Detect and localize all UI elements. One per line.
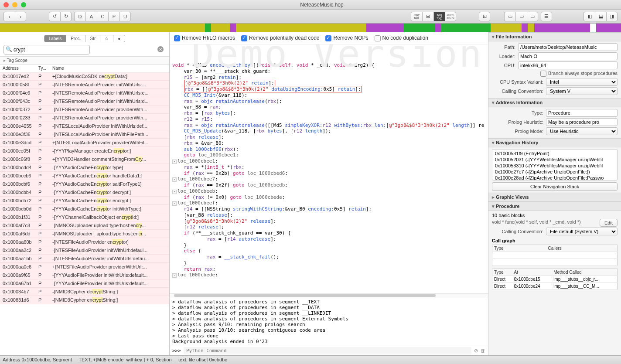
symbol-row[interactable]: 0x10017ed2P+[CloudMusicCoSDK decryptData… <box>0 72 169 81</box>
close-icon[interactable] <box>3 2 9 7</box>
opt-no-dup[interactable]: No code duplication <box>375 35 428 41</box>
clear-nav-button[interactable]: Clear Navigation Stack <box>492 182 618 191</box>
symbol-row[interactable]: 0x1000bccb6P-[YYYAudioCacheEncryptor han… <box>0 172 169 180</box>
tag-scope[interactable]: Tag Scope <box>0 56 169 65</box>
clear-log-icon[interactable]: ⊘ <box>474 348 478 354</box>
mode-d-button[interactable]: D <box>74 12 85 21</box>
section-procedure[interactable]: Procedure <box>488 202 621 211</box>
input-path[interactable] <box>518 43 618 51</box>
edit-button[interactable]: Edit <box>600 219 618 227</box>
col-name[interactable]: Name <box>52 66 167 71</box>
col-type[interactable]: Ty... <box>38 66 52 71</box>
hex-icon[interactable]: 4B97680C72 <box>445 12 456 21</box>
symbol-row[interactable]: 0x1000e3dcdP+[NTESLocalAudioProvider pro… <box>0 139 169 147</box>
mode-u-button[interactable]: U <box>119 12 131 21</box>
minimize-icon[interactable] <box>12 2 17 7</box>
trash-icon[interactable]: 🗑 <box>481 348 485 354</box>
select-pmode[interactable]: Use Heuristic <box>546 127 618 135</box>
symbol-row[interactable]: 0x1000f058fP-[NTESRemoteAudioProvider in… <box>0 81 169 89</box>
opt-remove-dead[interactable]: Remove potentially dead code <box>241 35 319 41</box>
nav-history-item[interactable]: 0x1000581f9 (EntryPoint) <box>492 150 617 156</box>
forward-button[interactable]: › <box>15 12 26 21</box>
calls-table[interactable]: TypeAtMethod CalledDirect0x1000cbe15imp_… <box>492 269 618 290</box>
panel4-icon[interactable]: ☰ <box>541 12 552 21</box>
bottom-panel-icon[interactable]: ⬓ <box>595 12 606 21</box>
symbol-row[interactable]: 0x1000af7c8P-[NMNOSUploader upload:type:… <box>0 221 169 230</box>
nav-history-item[interactable]: 0x100052031 (-[YYYWebfilesManager unzipW… <box>492 156 617 163</box>
panel3-icon[interactable]: ▭ <box>527 12 538 21</box>
tab-4[interactable]: ● <box>113 35 125 42</box>
symbol-row[interactable]: 0x1000aa2c2P-[NTESFileAudioProvider init… <box>0 246 169 255</box>
nav-history-item[interactable]: 0x100053310 (-[YYYWebfilesManager unzipW… <box>492 163 617 169</box>
select-cc2[interactable]: File default (System V) <box>546 228 618 235</box>
symbol-row[interactable]: 0x1000a67b1P-[YYYAudioFileProvider initW… <box>0 279 169 288</box>
horizontal-scrollbar[interactable] <box>170 293 488 297</box>
symbol-row[interactable]: 0x1000af6ddP-[NMNOSUploader _upload:type… <box>0 230 169 238</box>
opt-remove-nops[interactable]: Remove NOPs <box>325 35 368 41</box>
symbol-row[interactable]: 0x1000f0372P-[NTESRemoteAudioProvider pr… <box>0 105 169 114</box>
tab-0[interactable]: Labels <box>44 35 66 42</box>
back-button[interactable]: ‹ <box>3 12 15 21</box>
clear-search-icon[interactable]: ✕ <box>157 46 164 52</box>
search-input[interactable] <box>3 45 90 54</box>
tab-1[interactable]: Proc. <box>66 35 85 42</box>
section-graphic-views[interactable]: Graphic Views <box>488 193 621 202</box>
symbol-row[interactable]: 0x1000bcb0dP-[YYYAudioCacheEncryptor ini… <box>0 205 169 213</box>
python-command-input[interactable] <box>184 347 471 354</box>
symbol-row[interactable]: 0x1000e4055P-[NTESLocalAudioProvider ini… <box>0 122 169 130</box>
input-cpu[interactable] <box>518 61 618 69</box>
symbol-row[interactable]: 0x1000aa1bbP-[NTESFileAudioProvider init… <box>0 255 169 263</box>
symbol-row[interactable]: 0x1000c66f8P+[YYYID3Handler commentStrin… <box>0 155 169 163</box>
input-prolog[interactable] <box>546 118 618 126</box>
nav-history-item[interactable]: 0x1000e28ad (-[ZipArchive UnzipOpenFile:… <box>492 175 617 180</box>
tab-3[interactable]: ☆ <box>100 35 113 42</box>
branch-checkbox[interactable]: Branch always stops procedures <box>548 71 618 76</box>
call-row[interactable]: Direct0x1000cbe15imp___stubs__objc_r... <box>492 276 618 283</box>
col-address[interactable]: Address <box>3 66 38 71</box>
symbol-row[interactable]: 0x1000f043cP-[NTESRemoteAudioProvider in… <box>0 97 169 105</box>
section-nav-history[interactable]: Navigation History <box>488 138 621 147</box>
call-row[interactable]: Direct0x1000cbe24imp___stubs__CC_M... <box>492 283 618 290</box>
nav-history-list[interactable]: 0x1000581f9 (EntryPoint)0x100052031 (-[Y… <box>492 149 618 180</box>
movadd-button[interactable]: movadd <box>411 12 422 21</box>
symbol-row[interactable]: 0x1000a9f65P-[YYYAudioFileProvider initW… <box>0 271 169 279</box>
redo-button[interactable]: ↻ <box>60 12 72 21</box>
symbol-row[interactable]: 0x1000bcbb4P-[YYYAudioCacheEncryptor dec… <box>0 188 169 197</box>
callers-table[interactable]: TypeCallers <box>492 245 618 266</box>
mode-p-button[interactable]: P <box>108 12 119 21</box>
panel2-icon[interactable]: ▭ <box>515 12 527 21</box>
symbol-row[interactable]: 0x1000b1f31P-[YYYChannelCallbackObject e… <box>0 213 169 221</box>
symbol-row[interactable]: 0x1000bcb72P-[YYYAudioCacheEncryptor enc… <box>0 197 169 205</box>
graph-icon[interactable]: ⊞ <box>422 12 433 21</box>
navigation-map[interactable] <box>0 24 621 32</box>
input-loader[interactable] <box>518 52 618 60</box>
mode-c-button[interactable]: C <box>97 12 108 21</box>
symbol-row[interactable]: 0x100034b7P-[NMID3Cypher decryptString:] <box>0 288 169 296</box>
code-view[interactable]: Demo Version void * +[Md5 encode_withkey… <box>170 44 488 293</box>
right-panel-icon[interactable]: ◨ <box>606 12 618 21</box>
mode-a-button[interactable]: A <box>85 12 97 21</box>
ifelse-icon[interactable]: if(b)f(x); <box>433 12 445 21</box>
symbol-row[interactable]: 0x1000bcbf6P-[YYYAudioCacheEncryptor sal… <box>0 180 169 188</box>
symbol-list[interactable]: 0x10017ed2P+[CloudMusicCoSDK decryptData… <box>0 72 169 355</box>
symbol-row[interactable]: 0x1000f04c6P-[NTESRemoteAudioProvider in… <box>0 89 169 97</box>
symbol-row[interactable]: 0x1000aa0c6P+[NTESFileAudioProvider prov… <box>0 263 169 271</box>
zoom-icon[interactable] <box>21 2 26 7</box>
panel1-icon[interactable]: ▭ <box>504 12 515 21</box>
left-panel-icon[interactable]: ◧ <box>583 12 595 21</box>
opt-remove-hilo[interactable]: Remove HI/LO macros <box>174 35 235 41</box>
section-file-info[interactable]: File Information <box>488 32 621 41</box>
undo-button[interactable]: ↺ <box>49 12 60 21</box>
select-syntax[interactable]: Intel <box>546 78 618 86</box>
symbol-row[interactable]: 0x1000e3f36P-[NTESLocalAudioProvider ini… <box>0 130 169 139</box>
symbol-row[interactable]: 0x1000ce05fP-[YYYPlayManager createEncry… <box>0 147 169 155</box>
input-type[interactable] <box>546 109 618 117</box>
tab-2[interactable]: Str <box>85 35 100 42</box>
select-callconv[interactable]: System V <box>546 87 618 95</box>
cpu-icon[interactable]: ⊡ <box>479 12 490 21</box>
symbol-row[interactable]: 0x1000aa60bP-[NTESFileAudioProvider encr… <box>0 238 169 246</box>
symbol-row[interactable]: 0x1000bcdd4P-[YYYAudioCacheEncryptor typ… <box>0 163 169 172</box>
nav-history-item[interactable]: 0x1000e27e7 (-[ZipArchive UnzipOpenFile:… <box>492 169 617 175</box>
symbol-row[interactable]: 0x1000f0233P-[NTESRemoteAudioProvider pr… <box>0 114 169 122</box>
symbol-row[interactable]: 0x100831d6P-[NMID3Cypher encryptString:] <box>0 296 169 304</box>
